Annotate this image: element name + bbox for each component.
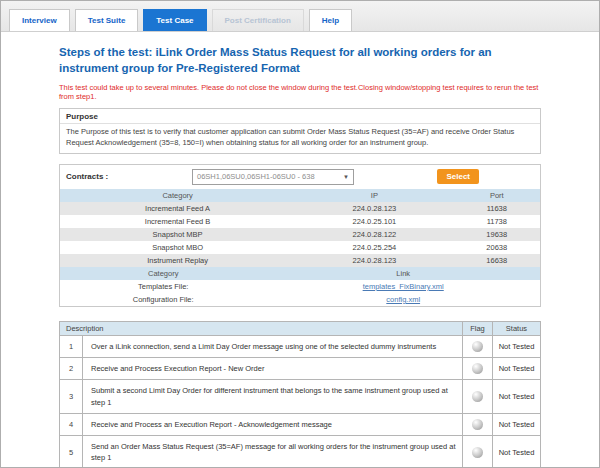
tab-post-certification: Post Certification	[212, 9, 304, 31]
ip-cell: 224.0.25.254	[295, 241, 453, 254]
step-description: Submit a second Limit Day Order for diff…	[83, 380, 463, 414]
step-number: 5	[60, 436, 83, 468]
steps-table-header: Description Flag Status	[60, 321, 541, 335]
header-files-category: Category	[60, 267, 266, 280]
table-row: 1 Over a iLink connection, send a Limit …	[60, 335, 541, 357]
purpose-header: Purpose	[60, 109, 540, 124]
header-link: Link	[266, 267, 540, 280]
ip-cell: 224.0.28.122	[295, 228, 453, 241]
port-cell: 19638	[454, 228, 540, 241]
network-table: Category IP Port Incremental Feed A 224.…	[60, 189, 540, 267]
purpose-panel: Purpose The Purpose of this test is to v…	[59, 108, 541, 154]
step-status: Not Tested	[493, 335, 541, 357]
step-number: 3	[60, 380, 83, 414]
table-row: Snapshot MBP 224.0.28.122 19638	[60, 228, 540, 241]
purpose-body: The Purpose of this test is to verify th…	[60, 124, 540, 153]
file-category-cell: Templates File:	[60, 280, 266, 293]
flag-sphere-icon	[472, 363, 483, 374]
header-category: Category	[60, 189, 295, 202]
ip-cell: 224.0.28.123	[295, 202, 453, 215]
port-cell: 11738	[454, 215, 540, 228]
header-description: Description	[60, 321, 463, 335]
table-row: 4 Receive and Process an Execution Repor…	[60, 413, 541, 435]
step-status: Not Tested	[493, 413, 541, 435]
step-number: 2	[60, 358, 83, 380]
ip-cell: 224.0.28.123	[295, 254, 453, 267]
main-content: Steps of the test: iLink Order Mass Stat…	[1, 32, 599, 468]
flag-sphere-icon	[472, 419, 483, 430]
header-port: Port	[454, 189, 540, 202]
step-status: Not Tested	[493, 358, 541, 380]
category-cell: Incremental Feed B	[60, 215, 295, 228]
table-row: 2 Receive and Process Execution Report -…	[60, 358, 541, 380]
port-cell: 20638	[454, 241, 540, 254]
file-category-cell: Configuration File:	[60, 293, 266, 306]
step-description: Send an Order Mass Status Request (35=AF…	[83, 436, 463, 468]
contracts-section: Contracts : 06SH1,06SU0,06SH1-06SU0 - 63…	[59, 164, 541, 307]
step-number: 4	[60, 413, 83, 435]
warning-text: This test could take up to several minut…	[59, 83, 541, 101]
table-row: 5 Send an Order Mass Status Request (35=…	[60, 436, 541, 468]
tab-test-case[interactable]: Test Case	[143, 9, 206, 31]
network-table-header: Category IP Port	[60, 189, 540, 202]
tab-help[interactable]: Help	[309, 9, 352, 31]
table-row: 3 Submit a second Limit Day Order for di…	[60, 380, 541, 414]
step-number: 1	[60, 335, 83, 357]
templates-file-link[interactable]: templates_FixBinary.xml	[363, 282, 444, 291]
table-row: Configuration File: config.xml	[60, 293, 540, 306]
tab-bar: Interview Test Suite Test Case Post Cert…	[1, 1, 599, 32]
config-file-link[interactable]: config.xml	[386, 295, 420, 304]
flag-sphere-icon	[472, 341, 483, 352]
port-cell: 16638	[454, 254, 540, 267]
table-row: Incremental Feed A 224.0.28.123 11638	[60, 202, 540, 215]
header-flag: Flag	[463, 321, 493, 335]
ip-cell: 224.0.25.101	[295, 215, 453, 228]
step-description: Receive and Process Execution Report - N…	[83, 358, 463, 380]
table-row: Snapshot MBO 224.0.25.254 20638	[60, 241, 540, 254]
category-cell: Snapshot MBO	[60, 241, 295, 254]
test-case-page: Interview Test Suite Test Case Post Cert…	[0, 0, 600, 468]
step-status: Not Tested	[493, 436, 541, 468]
select-button[interactable]: Select	[437, 169, 479, 184]
header-status: Status	[493, 321, 541, 335]
flag-sphere-icon	[472, 447, 483, 458]
table-row: Incremental Feed B 224.0.25.101 11738	[60, 215, 540, 228]
contracts-dropdown-value: 06SH1,06SU0,06SH1-06SU0 - 638	[197, 172, 315, 181]
category-cell: Incremental Feed A	[60, 202, 295, 215]
contracts-row: Contracts : 06SH1,06SU0,06SH1-06SU0 - 63…	[60, 165, 540, 189]
steps-table: Description Flag Status 1 Over a iLink c…	[59, 321, 541, 468]
chevron-down-icon: ▼	[343, 174, 349, 180]
contracts-dropdown[interactable]: 06SH1,06SU0,06SH1-06SU0 - 638 ▼	[192, 169, 354, 185]
header-ip: IP	[295, 189, 453, 202]
category-cell: Snapshot MBP	[60, 228, 295, 241]
step-description: Over a iLink connection, send a Limit Da…	[83, 335, 463, 357]
port-cell: 11638	[454, 202, 540, 215]
page-title: Steps of the test: iLink Order Mass Stat…	[59, 45, 541, 76]
tab-interview[interactable]: Interview	[9, 9, 70, 31]
table-row: Instrument Replay 224.0.28.123 16638	[60, 254, 540, 267]
files-table: Category Link Templates File: templates_…	[60, 267, 540, 306]
step-description: Receive and Process an Execution Report …	[83, 413, 463, 435]
step-status: Not Tested	[493, 380, 541, 414]
contracts-label: Contracts :	[66, 172, 108, 181]
category-cell: Instrument Replay	[60, 254, 295, 267]
flag-sphere-icon	[472, 391, 483, 402]
files-table-header: Category Link	[60, 267, 540, 280]
tab-test-suite[interactable]: Test Suite	[75, 9, 139, 31]
table-row: Templates File: templates_FixBinary.xml	[60, 280, 540, 293]
